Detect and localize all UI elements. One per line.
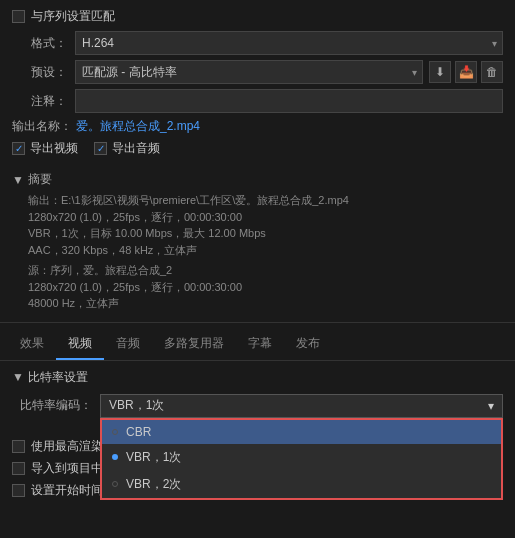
tab-video[interactable]: 视频 — [56, 329, 104, 360]
tab-subtitles[interactable]: 字幕 — [236, 329, 284, 360]
summary-output-info3: AAC，320 Kbps，48 kHz，立体声 — [28, 242, 503, 259]
bitrate-section-header: ▼ 比特率设置 — [12, 369, 503, 386]
output-name-row: 输出名称： 爱。旅程总合成_2.mp4 — [12, 118, 503, 135]
bitrate-selected-display[interactable]: VBR，1次 ▾ — [100, 394, 503, 418]
bitrate-dropdown-arrow-icon: ▾ — [488, 399, 494, 413]
use-max-quality-checkbox[interactable] — [12, 440, 25, 453]
format-select-wrapper: H.264 ▾ — [75, 31, 503, 55]
export-options-row: 导出视频 导出音频 — [12, 140, 503, 157]
notes-row: 注释： — [12, 89, 503, 113]
bitrate-option-cbr[interactable]: CBR — [102, 420, 501, 444]
bitrate-option-vbr1[interactable]: VBR，1次 — [102, 444, 501, 471]
export-audio-label: 导出音频 — [112, 140, 160, 157]
match-sequence-label: 与序列设置匹配 — [31, 8, 115, 25]
vbr2-label: VBR，2次 — [126, 476, 181, 493]
tab-publish[interactable]: 发布 — [284, 329, 332, 360]
preset-label: 预设： — [12, 64, 67, 81]
match-sequence-row: 与序列设置匹配 — [12, 8, 503, 25]
export-video-checkbox[interactable] — [12, 142, 25, 155]
tab-audio[interactable]: 音频 — [104, 329, 152, 360]
summary-content: 输出：E:\1影视区\视频号\premiere\工作区\爱。旅程总合成_2.mp… — [12, 192, 503, 312]
delete-preset-button[interactable]: 🗑 — [481, 61, 503, 83]
vbr2-radio-icon — [112, 481, 118, 487]
preset-row: 预设： 匹配源 - 高比特率 ▾ ⬇ 📥 🗑 — [12, 60, 503, 84]
format-row: 格式： H.264 ▾ — [12, 31, 503, 55]
output-name-label: 输出名称： — [12, 118, 72, 135]
summary-source-info1: 1280x720 (1.0)，25fps，逐行，00:00:30:00 — [28, 279, 503, 296]
cbr-radio-icon — [112, 429, 118, 435]
bitrate-encoding-dropdown: VBR，1次 ▾ CBR VBR，1次 VBR，2次 — [100, 394, 503, 418]
summary-output-info1: 1280x720 (1.0)，25fps，逐行，00:00:30:00 — [28, 209, 503, 226]
divider-1 — [0, 322, 515, 323]
import-to-project-label: 导入到项目中 — [31, 460, 103, 477]
export-audio-checkbox[interactable] — [94, 142, 107, 155]
cbr-label: CBR — [126, 425, 151, 439]
tabs-bar: 效果 视频 音频 多路复用器 字幕 发布 — [0, 329, 515, 361]
notes-input[interactable] — [75, 89, 503, 113]
top-section: 与序列设置匹配 格式： H.264 ▾ 预设： 匹配源 - 高比特率 ▾ ⬇ — [0, 0, 515, 171]
vbr1-label: VBR，1次 — [126, 449, 181, 466]
bitrate-encoding-label: 比特率编码： — [12, 397, 92, 414]
output-filename[interactable]: 爱。旅程总合成_2.mp4 — [76, 118, 200, 135]
tab-multiplexer[interactable]: 多路复用器 — [152, 329, 236, 360]
bitrate-dropdown-menu: CBR VBR，1次 VBR，2次 — [100, 418, 503, 500]
format-label: 格式： — [12, 35, 67, 52]
preset-select-wrapper: 匹配源 - 高比特率 ▾ — [75, 60, 423, 84]
format-select[interactable]: H.264 — [75, 31, 503, 55]
bitrate-encoding-row: 比特率编码： VBR，1次 ▾ CBR VBR，1次 — [12, 394, 503, 418]
summary-output-info2: VBR，1次，目标 10.00 Mbps，最大 12.00 Mbps — [28, 225, 503, 242]
export-audio-item: 导出音频 — [94, 140, 160, 157]
summary-source-label: 源：序列，爱。旅程总合成_2 — [28, 262, 503, 279]
summary-section: ▼ 摘要 输出：E:\1影视区\视频号\premiere\工作区\爱。旅程总合成… — [0, 171, 515, 316]
summary-chevron-icon: ▼ — [12, 173, 24, 187]
match-sequence-checkbox[interactable] — [12, 10, 25, 23]
notes-label: 注释： — [12, 93, 67, 110]
main-container: 与序列设置匹配 格式： H.264 ▾ 预设： 匹配源 - 高比特率 ▾ ⬇ — [0, 0, 515, 538]
summary-label: 摘要 — [28, 171, 52, 188]
summary-toggle[interactable]: ▼ 摘要 — [12, 171, 503, 188]
summary-source-info2: 48000 Hz，立体声 — [28, 295, 503, 312]
bitrate-option-vbr2[interactable]: VBR，2次 — [102, 471, 501, 498]
bitrate-section-title: 比特率设置 — [28, 369, 88, 386]
export-video-item: 导出视频 — [12, 140, 78, 157]
preset-toolbar: ⬇ 📥 🗑 — [429, 61, 503, 83]
export-video-label: 导出视频 — [30, 140, 78, 157]
bitrate-selected-value: VBR，1次 — [109, 397, 164, 414]
summary-output-path: 输出：E:\1影视区\视频号\premiere\工作区\爱。旅程总合成_2.mp… — [28, 192, 503, 209]
bitrate-chevron-icon: ▼ — [12, 370, 24, 384]
save-preset-button[interactable]: ⬇ — [429, 61, 451, 83]
bitrate-section: ▼ 比特率设置 比特率编码： VBR，1次 ▾ CBR VBR，1次 — [0, 361, 515, 432]
import-to-project-checkbox[interactable] — [12, 462, 25, 475]
tab-effects[interactable]: 效果 — [8, 329, 56, 360]
set-timecode-checkbox[interactable] — [12, 484, 25, 497]
import-preset-button[interactable]: 📥 — [455, 61, 477, 83]
preset-select[interactable]: 匹配源 - 高比特率 — [75, 60, 423, 84]
vbr1-radio-icon — [112, 454, 118, 460]
